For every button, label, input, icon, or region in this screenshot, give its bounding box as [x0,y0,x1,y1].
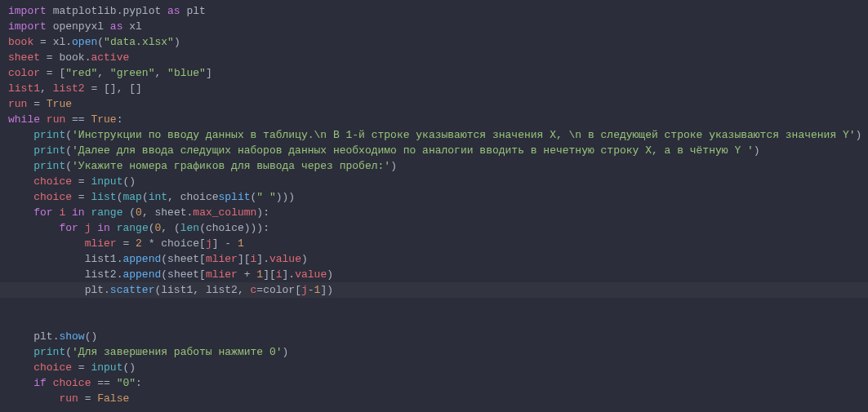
bracket: [ [199,253,206,265]
paren-colon: ): [256,206,269,219]
parens: () [85,330,98,343]
code-line: while run == True: [8,112,868,127]
paren: ) [283,346,289,358]
number: 1 [256,268,263,281]
builtin-input: input [91,175,122,188]
method-show: show [59,330,84,343]
string: "red" [65,67,97,79]
blank-line [8,298,868,313]
operator: * [142,237,161,250]
comma: , [142,206,155,219]
punct: , [97,67,110,79]
builtin-print: print [33,144,65,157]
bracket-dot: ]. [256,253,269,265]
code-line: list1.append(sheet[mlier][i].value) [8,251,868,267]
attribute: value [269,253,301,265]
variable: choice [33,191,72,203]
code-line: print('Инструкции по вводу данных в табл… [8,127,868,143]
variable: choice [53,377,91,389]
operator: = [72,361,91,374]
method: open [72,36,97,48]
string: 'Укажите номера графиков для вывода чере… [72,160,390,172]
operator: == [91,377,116,389]
string: "blue" [167,67,206,79]
colon: : [136,377,142,389]
code-line: if choice == "0": [8,375,868,391]
variable: i [276,268,283,281]
variable: book [8,36,33,48]
comma: , [167,191,180,203]
object: choice [161,237,199,250]
paren: ) [754,144,760,157]
object: plt [85,284,104,296]
operator: = [], [] [85,82,142,95]
bracket-paren: ]) [320,284,333,296]
object: choice [206,222,244,234]
paren: ( [65,160,72,172]
alias: plt [186,5,205,17]
keyword-as: as [110,20,123,33]
variable: choice [33,361,72,374]
paren: ( [122,206,136,219]
keyword-while: while [8,113,40,126]
method-append: append [122,268,161,281]
code-line: list2.append(sheet[mlier + 1][i].value) [8,267,868,282]
bracket: [ [199,268,206,281]
paren: ( [161,268,167,281]
paren: ) [301,253,308,265]
number: 2 [136,237,142,250]
code-line: import openpyxl as xl [8,19,868,34]
blank-line [8,313,868,329]
attribute: max_column [193,206,256,219]
string: " " [256,191,275,203]
code-line-highlighted: plt.scatter(list1, list2, c=color[j-1]) [0,282,868,298]
code-editor[interactable]: import matplotlib.pyplot as plt import o… [8,3,868,406]
paren: ) [856,129,862,141]
object: list2 [85,268,117,281]
operator: == [65,113,91,126]
attribute: active [91,51,129,64]
variable: list1 [8,82,40,95]
paren-colon: ))): [244,222,269,234]
variable: sheet [8,51,40,64]
builtin-print: print [33,129,65,141]
string: "0" [117,377,136,389]
operator: = [256,284,263,296]
space [78,222,85,234]
code-line: mlier = 2 * choice[j] - 1 [8,236,868,251]
method-scatter: scatter [110,284,155,296]
code-line: print('Далее для ввода следущих наборов … [8,143,868,158]
paren: ( [161,253,167,265]
code-line: print('Для завершения работы нажмите 0') [8,344,868,360]
paren: ) [390,160,397,172]
number: 1 [238,237,244,250]
operator: = [33,36,52,48]
builtin-int: int [149,191,167,203]
string: "green" [110,67,155,79]
builtin-input: input [91,361,122,374]
builtin-print: print [33,346,65,358]
punct: ] [206,67,212,79]
keyword-for: for [59,222,78,234]
bracket: [ [295,284,301,296]
method-append: append [122,253,161,265]
colon: : [117,113,123,126]
builtin-list: list [91,191,116,203]
bracket: ][ [238,253,251,265]
variable: mlier [206,253,238,265]
code-line: for i in range (0, sheet.max_column): [8,205,868,220]
code-line: choice = input() [8,360,868,375]
bracket: ][ [263,268,276,281]
code-line: sheet = book.active [8,50,868,65]
variable: j [301,284,308,296]
punct: , [40,82,53,95]
operator: = [78,392,97,405]
module-name: openpyxl [53,20,104,33]
operator: = [40,51,59,64]
space [40,113,47,126]
object: book [59,51,84,64]
code-line: run = True [8,96,868,112]
operator: = [ [40,67,65,79]
builtin-print: print [33,160,65,172]
keyword-in: in [91,222,116,234]
